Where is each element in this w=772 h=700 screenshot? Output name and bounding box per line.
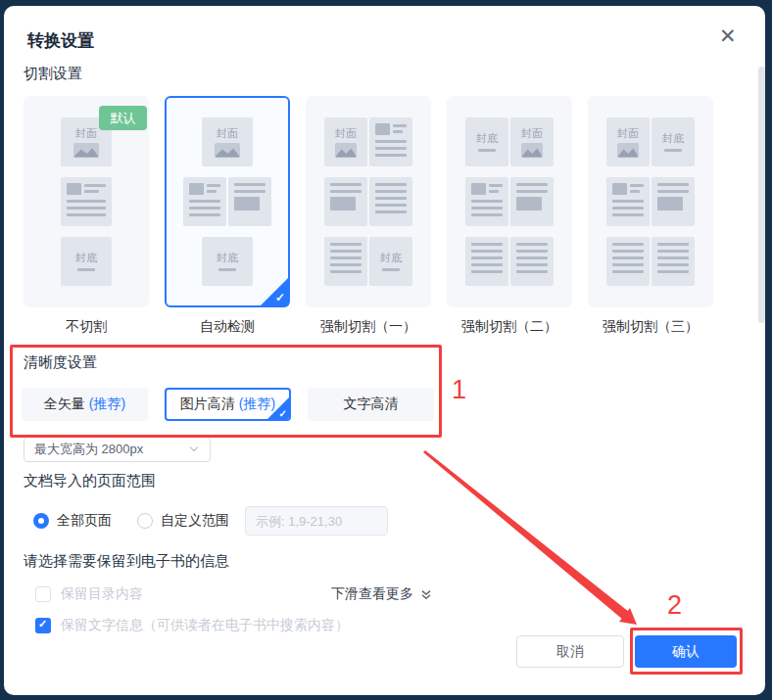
keep-info-heading: 请选择需要保留到电子书的信息 [24, 552, 229, 571]
screen: 转换设置 ✕ 切割设置 封面封底默认不切割封面封底✓自动检测封面封底强制切割（一… [0, 0, 772, 700]
text-line [657, 250, 689, 253]
scrollbar-thumb[interactable] [758, 67, 765, 323]
cut-option-card[interactable]: 封面封底默认 [24, 96, 149, 307]
text-header-group [189, 183, 220, 196]
mini-page-label: 封底 [380, 252, 402, 264]
mini-page-text1 [369, 117, 412, 166]
mini-page-label: 封面 [521, 127, 543, 140]
text-line [657, 257, 689, 259]
confirm-button[interactable]: 确认 [635, 635, 737, 668]
page-row [606, 237, 695, 286]
cancel-button[interactable]: 取消 [516, 635, 624, 668]
text-line [207, 190, 217, 193]
text-block [657, 197, 683, 210]
cut-option-label: 强制切割（二） [461, 318, 557, 336]
clarity-option-button[interactable]: 全矢量(推荐) [22, 388, 148, 421]
cut-option: 封面封底强制切割（一） [306, 96, 431, 336]
cut-option-card[interactable]: 封面封底 [306, 96, 431, 307]
text-line [612, 213, 644, 216]
scroll-for-more-link[interactable]: 下滑查看更多 [331, 585, 432, 603]
page-range-radio[interactable]: 自定义范围 [137, 512, 229, 530]
mountain-shape [617, 148, 639, 158]
text-line [516, 190, 548, 193]
conversion-settings-dialog: 转换设置 ✕ 切割设置 封面封底默认不切割封面封底✓自动检测封面封底强制切割（一… [4, 6, 765, 695]
clarity-option-label: 图片高清 [180, 396, 235, 413]
text-line [471, 270, 503, 273]
image-placeholder-icon [617, 143, 639, 158]
text-line [516, 257, 548, 259]
close-icon[interactable]: ✕ [719, 25, 737, 47]
page-range-radio[interactable]: 全部页面 [33, 512, 112, 530]
custom-range-input[interactable] [245, 506, 388, 536]
mini-page-text3 [369, 177, 412, 226]
text-block [612, 183, 627, 195]
text-line [516, 263, 548, 266]
text-line [471, 243, 503, 246]
text-line [330, 270, 362, 273]
underline-bar [664, 149, 682, 152]
text-line [516, 250, 548, 253]
text-line [471, 250, 503, 253]
check-icon: ✓ [275, 291, 285, 304]
text-line [612, 207, 644, 210]
text-line [471, 200, 503, 203]
text-block [516, 197, 542, 210]
cut-option-card[interactable]: 封面封底 [588, 96, 713, 307]
page-row: 封面 [202, 117, 253, 166]
text-line [330, 257, 362, 259]
radio-selected-icon [33, 513, 49, 529]
text-line [612, 263, 644, 266]
cut-option-label: 强制切割（一） [320, 318, 416, 336]
clarity-option-label: 全矢量 [44, 396, 85, 413]
default-badge: 默认 [99, 106, 147, 130]
checkbox-label: 保留文字信息（可供读者在电子书中搜索内容） [61, 617, 349, 633]
mini-page-cover: 封面 [606, 117, 650, 166]
text-line [471, 263, 503, 266]
mini-page-back: 封底 [61, 237, 112, 286]
text-line [67, 213, 106, 216]
keep-toc-checkbox-row[interactable]: 保留目录内容 [35, 585, 143, 603]
mini-page-text1 [61, 177, 112, 226]
keep-text-checkbox-row[interactable]: 保留文字信息（可供读者在电子书中搜索内容） [35, 617, 464, 633]
mini-page-label: 封面 [335, 127, 357, 140]
cut-option-card[interactable]: 封底封面 [447, 96, 572, 307]
mini-page-label: 封底 [217, 252, 238, 264]
text-line [516, 270, 548, 273]
mini-page-cover: 封面 [510, 117, 554, 166]
text-line [234, 190, 265, 193]
mini-page-back: 封底 [202, 237, 253, 286]
mini-page-text1 [606, 177, 650, 226]
mini-page-text1 [465, 177, 508, 226]
card-preview: 封面封底 [308, 98, 429, 305]
text-line [393, 124, 407, 127]
text-line [67, 207, 106, 210]
text-line [657, 263, 689, 266]
cut-settings-heading: 切割设置 [24, 65, 82, 83]
max-size-dropdown[interactable]: 最大宽高为 2800px [24, 437, 211, 462]
text-line [375, 204, 407, 207]
scroll-for-more-label: 下滑查看更多 [331, 585, 413, 603]
text-line [330, 263, 362, 266]
text-header-group [67, 183, 106, 196]
mini-page-text1 [183, 177, 226, 226]
clarity-option-button[interactable]: 文字高清 [308, 388, 434, 421]
chevron-down-icon [188, 443, 200, 455]
text-block [234, 197, 260, 210]
text-lines [207, 183, 220, 196]
cut-option-card[interactable]: 封面封底✓ [165, 96, 290, 307]
text-line [612, 270, 644, 273]
double-chevron-down-icon [420, 588, 432, 601]
mini-page-label: 封面 [617, 127, 639, 140]
text-line [375, 147, 407, 150]
mini-page-text3 [465, 237, 508, 286]
mountain-shape [335, 148, 357, 158]
page-row: 封底 [61, 237, 112, 286]
mini-page-label: 封底 [476, 132, 498, 145]
mountain-shape [215, 148, 240, 158]
text-line [489, 190, 499, 193]
mini-page-cover: 封面 [324, 117, 367, 166]
recommended-tag: (推荐) [89, 396, 125, 413]
clarity-option-button[interactable]: 图片高清(推荐)✓ [165, 388, 291, 421]
mini-page-text3 [510, 237, 554, 286]
text-line [375, 210, 407, 213]
